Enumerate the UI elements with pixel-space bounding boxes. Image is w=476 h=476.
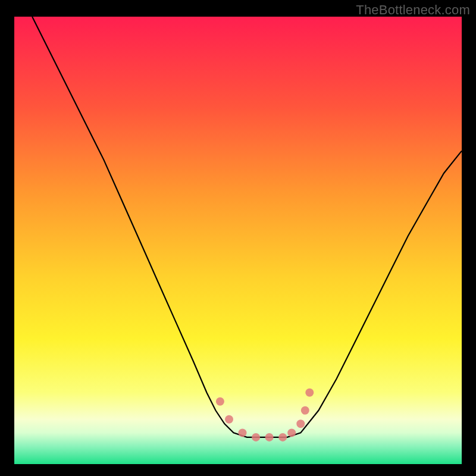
marker-point bbox=[278, 433, 287, 441]
chart-container: TheBottleneck.com bbox=[0, 0, 476, 476]
gradient-background bbox=[14, 17, 462, 464]
marker-point bbox=[225, 415, 233, 424]
marker-point bbox=[216, 397, 224, 406]
marker-point bbox=[287, 428, 296, 437]
plot-svg bbox=[14, 17, 462, 464]
marker-point bbox=[239, 428, 247, 437]
marker-point bbox=[296, 419, 305, 428]
marker-point bbox=[265, 433, 274, 441]
plot-area bbox=[14, 17, 462, 464]
marker-point bbox=[252, 433, 260, 441]
watermark-label: TheBottleneck.com bbox=[356, 2, 470, 18]
marker-point bbox=[305, 389, 314, 397]
marker-point bbox=[301, 406, 309, 415]
